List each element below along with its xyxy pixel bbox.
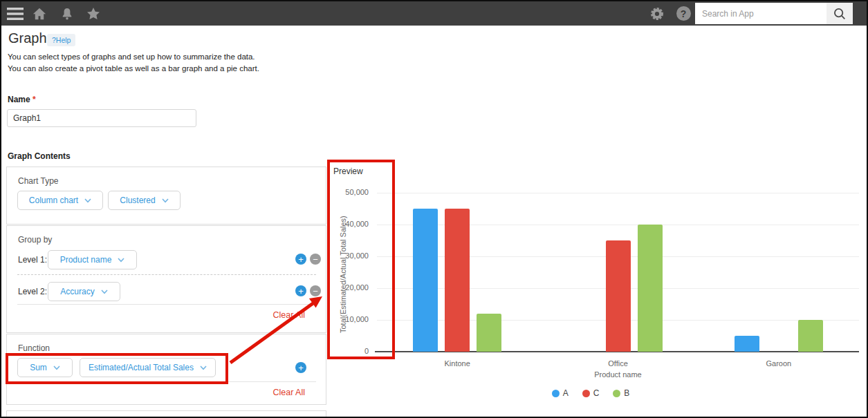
chevron-down-icon <box>84 198 91 203</box>
level-2-label: Level 2: <box>18 287 47 296</box>
function-field-value: Estimated/Actual Total Sales <box>89 363 194 372</box>
gear-icon[interactable] <box>647 1 667 26</box>
bar-Garoon-B <box>798 320 823 352</box>
y-tick-label: 20,000 <box>317 283 369 292</box>
level-1-add-button[interactable]: + <box>295 254 306 265</box>
help-link[interactable]: ?Help <box>47 34 75 46</box>
level-divider <box>17 274 316 275</box>
level-1-field-dropdown[interactable]: Product name <box>48 250 137 269</box>
legend-item-A: A <box>552 388 569 398</box>
bar-Office-B <box>638 225 663 352</box>
legend-dot <box>582 390 590 397</box>
home-icon[interactable] <box>29 1 50 26</box>
bar-Kintone-A <box>413 209 438 352</box>
chart-legend: ACB <box>317 388 864 398</box>
y-axis-ticks: 010,00020,00030,00040,00050,000 <box>317 193 373 352</box>
y-tick-label: 50,000 <box>317 188 369 196</box>
top-bar: ? <box>1 1 867 26</box>
function-panel: Function Sum Estimated/Actual Total Sale… <box>6 334 326 405</box>
chart-type-section-label: Chart Type <box>18 176 58 186</box>
level-1-label: Level 1: <box>18 255 47 265</box>
legend-label: A <box>563 388 569 398</box>
category-label: Kintone <box>416 359 499 368</box>
help-icon-glyph: ? <box>681 8 687 19</box>
bell-icon[interactable] <box>57 1 77 26</box>
chevron-down-icon <box>118 258 124 263</box>
function-value: Sum <box>30 363 47 372</box>
legend-item-B: B <box>613 388 629 398</box>
search-icon <box>832 6 847 21</box>
next-panel-partial <box>6 410 326 418</box>
help-icon[interactable]: ? <box>674 1 693 26</box>
name-label: Name * <box>8 95 36 104</box>
chevron-down-icon <box>53 365 60 370</box>
chart-type-value: Column chart <box>29 196 78 205</box>
level-2-add-button[interactable]: + <box>295 285 306 296</box>
chart-mode-dropdown[interactable]: Clustered <box>108 191 181 210</box>
chart-type-panel: Chart Type Column chart Clustered <box>6 167 326 225</box>
chart-type-dropdown[interactable]: Column chart <box>17 191 103 210</box>
chevron-down-icon <box>200 365 207 370</box>
y-tick-label: 10,000 <box>317 315 369 323</box>
page-description-line1: You can select types of graphs and set u… <box>8 53 255 61</box>
group-by-section-label: Group by <box>18 235 52 245</box>
app-window: ? Graph ?Help You can select types of gr… <box>0 0 868 418</box>
level-2-field-dropdown[interactable]: Accuracy <box>48 282 120 301</box>
search-button[interactable] <box>827 3 853 24</box>
graph-contents-heading: Graph Contents <box>8 151 71 161</box>
function-clear-all-link[interactable]: Clear All <box>273 388 305 397</box>
category-label: Garoon <box>737 359 820 368</box>
legend-item-C: C <box>582 388 600 398</box>
chevron-down-icon <box>101 289 108 294</box>
search-input[interactable] <box>695 3 827 24</box>
plot-area: KintoneOfficeGaroon <box>377 193 859 352</box>
graph-name-input[interactable] <box>7 109 196 127</box>
group-by-panel: Group by Level 1: Product name + − Level… <box>6 225 326 333</box>
level-2-field-value: Accuracy <box>60 287 94 296</box>
preview-chart: Total(Estimated/Actual Total Sales) 010,… <box>317 193 864 407</box>
gridline <box>377 193 859 193</box>
function-section-label: Function <box>18 343 50 353</box>
page-description-line2: You can also create a pivot table as wel… <box>8 64 259 73</box>
required-asterisk: * <box>33 95 36 104</box>
chevron-down-icon <box>162 198 169 203</box>
function-add-button[interactable]: + <box>295 362 306 373</box>
function-field-dropdown[interactable]: Estimated/Actual Total Sales <box>80 358 216 377</box>
category-label: Office <box>577 359 660 368</box>
y-tick-label: 0 <box>317 347 369 355</box>
star-icon[interactable] <box>83 1 104 26</box>
page-title: Graph <box>8 30 47 46</box>
y-tick-label: 30,000 <box>317 251 369 260</box>
bar-Kintone-B <box>477 314 501 352</box>
x-axis-title: Product name <box>377 370 859 379</box>
legend-label: C <box>593 388 600 398</box>
preview-label: Preview <box>333 167 363 176</box>
y-tick-label: 40,000 <box>317 220 369 228</box>
bar-Office-C <box>606 240 631 352</box>
legend-dot <box>613 390 620 397</box>
function-dropdown[interactable]: Sum <box>17 358 73 377</box>
level-1-field-value: Product name <box>60 255 112 265</box>
section-divider <box>17 304 316 305</box>
chart-mode-value: Clustered <box>120 196 155 205</box>
legend-label: B <box>624 388 629 398</box>
legend-dot <box>552 390 560 397</box>
bar-Kintone-C <box>445 209 470 352</box>
group-by-clear-all-link[interactable]: Clear All <box>273 310 305 320</box>
bar-Garoon-A <box>735 336 759 352</box>
section-divider <box>17 381 316 382</box>
hamburger-menu-icon[interactable] <box>4 1 26 26</box>
